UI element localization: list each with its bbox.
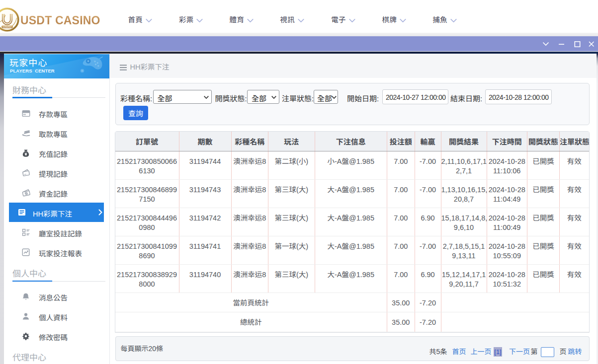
svg-text:CASINO: CASINO	[3, 26, 12, 28]
